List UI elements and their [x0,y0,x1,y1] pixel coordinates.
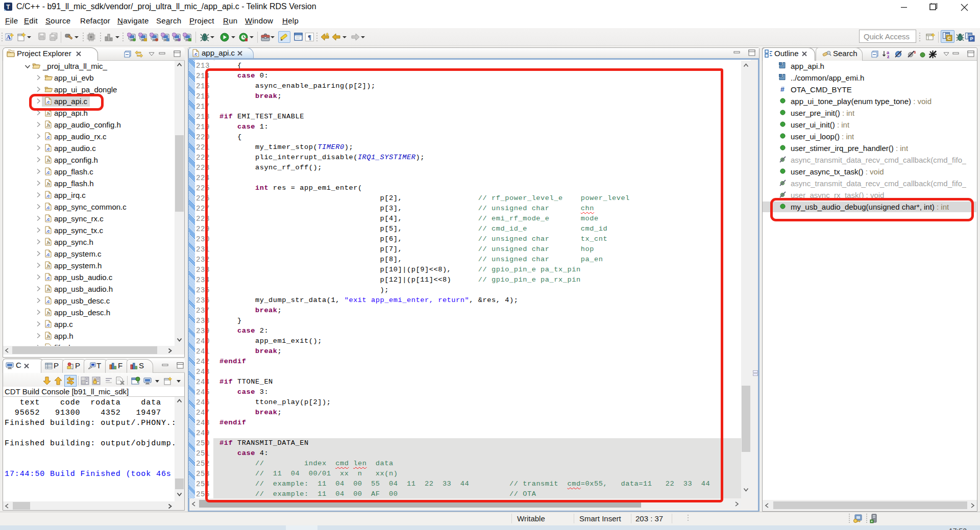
svg-text:s: s [914,50,916,55]
svg-text:.h: .h [46,311,50,316]
svg-text:.c: .c [46,322,50,327]
svg-text:A: A [6,34,11,41]
svg-text:#: # [780,85,785,92]
svg-text:.c: .c [46,275,50,281]
svg-text:z: z [887,54,890,59]
svg-text:.h: .h [46,334,50,339]
svg-text:.c: .c [46,229,50,234]
svg-text:.h: .h [46,287,50,292]
svg-text:.c: .c [46,205,50,210]
svg-text:C: C [947,36,951,41]
svg-text:T: T [6,4,10,11]
svg-text:.c: .c [46,299,50,304]
svg-text:P: P [970,36,973,41]
svg-text:.h: .h [46,158,50,163]
svg-text:.c: .c [46,135,50,140]
svg-text:.h: .h [46,240,50,245]
svg-text:.c: .c [46,170,50,175]
svg-text:.h: .h [46,182,50,187]
svg-text:.c: .c [46,252,50,257]
svg-text:.h: .h [46,123,50,128]
svg-text:.c: .c [46,217,50,222]
svg-text:.c: .c [46,146,50,152]
svg-text:.h: .h [46,111,50,116]
svg-text:.c: .c [46,193,50,198]
svg-text:¶: ¶ [308,33,311,41]
svg-text:.h: .h [46,264,50,269]
svg-text:.c: .c [193,52,198,57]
